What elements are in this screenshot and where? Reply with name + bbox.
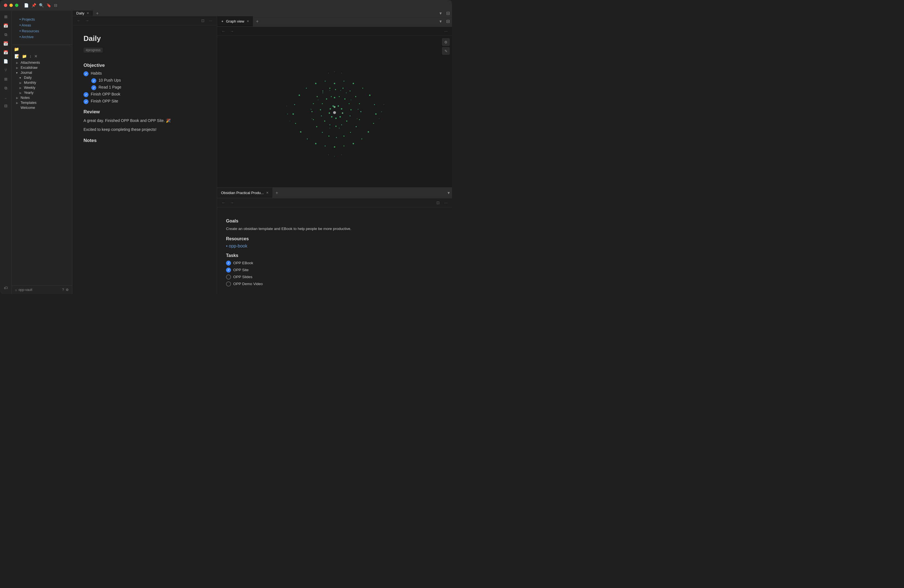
note-review-body2: Excited to keep completing these project… [84,126,206,133]
tab-opp[interactable]: Obsidian Practical Produ... ✕ [217,188,273,198]
opp-chevron-icon[interactable]: ▾ [445,190,452,196]
sidebar-item-archive[interactable]: Archive [19,35,64,39]
folder-yearly[interactable]: ▶ Yearly [14,90,72,95]
svg-point-55 [324,120,325,122]
file-tree: ▶ Attachments ▶ Excalidraw ▾ Journal ▾ D… [12,60,72,110]
file-icon[interactable]: 📄 [24,3,28,8]
close-button[interactable] [4,4,7,7]
calendar3-ribbon-icon[interactable]: 📅 [2,49,10,56]
svg-point-85 [351,100,351,101]
svg-point-37 [322,132,322,133]
sort-icon[interactable]: ↕ [29,54,32,59]
svg-point-95 [330,90,330,91]
layout-ribbon-icon[interactable]: ⊞ [2,13,10,21]
checklist-task1: Finish OPP Book [84,92,206,97]
svg-point-3 [352,83,354,84]
opp-forward-button[interactable]: → [229,200,235,205]
opp-tasks-heading: Tasks [226,253,443,258]
svg-point-89 [318,100,319,101]
note-pane: ← → ⊡ ··· Daily #progress Objective [73,16,217,294]
titlebar: 📄 📌 🔍 🔖 ⊟ [0,0,452,11]
tab-daily-close[interactable]: ✕ [87,11,89,15]
svg-point-71 [381,111,382,112]
svg-point-14 [325,145,326,147]
opp-more-options-icon[interactable]: ··· [443,200,449,205]
note-back-button[interactable]: ← [76,18,82,24]
new-folder-icon[interactable]: 📁 [21,54,27,59]
svg-point-30 [360,111,362,112]
content-area: Daily ✕ + ▾ ⊟ ← → ⊡ ··· [73,11,452,294]
layout-icon[interactable]: ⊟ [54,3,57,8]
graph-forward-button[interactable]: → [229,28,235,34]
file-welcome[interactable]: ▶ Welcome [14,105,72,110]
graph-tab-close[interactable]: ✕ [247,19,249,23]
svg-point-93 [330,128,330,129]
opp-open-in-new-icon[interactable]: ⊡ [435,200,441,205]
git-ribbon-icon[interactable]: ⑂ [2,66,10,74]
collapse-all-icon[interactable]: ✕ [34,54,38,59]
svg-point-5 [369,94,370,96]
folder-templates[interactable]: ▶ Templates [14,100,72,105]
svg-point-79 [328,73,329,74]
svg-point-90 [311,109,311,110]
graph-chevron-icon[interactable]: ▾ [437,19,444,24]
file-ribbon-icon[interactable]: 📄 [2,57,10,65]
bookmark-icon[interactable]: 🔖 [46,3,51,8]
tab-daily[interactable]: Daily ✕ [73,11,93,16]
tab-graph-view[interactable]: ✦ Graph view ✕ [217,16,253,27]
svg-point-58 [322,103,322,104]
layers-ribbon-icon[interactable]: ⧉ [2,31,10,38]
folder-daily[interactable]: ▾ Daily [14,75,72,80]
graph-tab-add[interactable]: + [253,19,261,24]
folder-excalidraw[interactable]: ▶ Excalidraw [14,65,72,70]
graph-more-options-icon[interactable]: ··· [443,28,449,34]
folder-monthly[interactable]: ▶ Monthly [14,80,72,85]
folder-attachments[interactable]: ▶ Attachments [14,60,72,65]
opp-toolbar: ← → ⊡ ··· [217,198,452,207]
grid-ribbon-icon[interactable]: ⊞ [2,75,10,83]
settings-icon[interactable]: ⚙ [66,288,69,292]
svg-point-63 [341,108,342,109]
table-ribbon-icon[interactable]: ⊟ [2,102,10,110]
calendar2-ribbon-icon[interactable]: 📆 [2,40,10,47]
folder-weekly[interactable]: ▶ Weekly [14,85,72,90]
habits-label: Habits [91,71,102,76]
tab-add-button[interactable]: + [93,11,101,16]
folder-journal[interactable]: ▾ Journal [14,70,72,75]
sidebar-item-resources[interactable]: Resources [19,29,64,33]
search-icon[interactable]: 🔍 [39,3,44,8]
new-note-icon[interactable]: 📝 [14,54,20,59]
tag-ribbon-icon[interactable]: 🏷 [2,284,10,292]
opp-tab-close[interactable]: ✕ [266,191,269,194]
tab-layout-icon[interactable]: ⊟ [444,11,452,16]
maximize-button[interactable] [15,4,18,7]
graph-layout-split-icon[interactable]: ⊟ [444,19,452,24]
opp-book-link[interactable]: opp-book [226,243,247,248]
habit2-label: Read 1 Page [98,85,121,89]
checklist-habit2: Read 1 Page [84,85,206,90]
note-forward-button[interactable]: → [84,18,90,24]
opp-back-button[interactable]: ← [220,200,226,205]
terminal-ribbon-icon[interactable]: _ [2,93,10,101]
sidebar-item-projects[interactable]: Projects [19,17,64,21]
note-more-options-icon[interactable]: ··· [208,18,213,24]
folder-notes[interactable]: ▶ Notes [14,95,72,100]
svg-point-80 [334,156,335,157]
graph-edit-button[interactable]: ✎ [442,47,450,55]
calendar-ribbon-icon[interactable]: 📅 [2,22,10,30]
tab-chevron-icon[interactable]: ▾ [437,11,444,16]
svg-point-56 [321,115,322,116]
graph-settings-button[interactable]: ⚙ [442,38,450,46]
pin-icon[interactable]: 📌 [32,3,36,8]
help-icon[interactable]: ? [62,288,64,292]
svg-point-34 [343,136,345,137]
copy-ribbon-icon[interactable]: ⧉ [2,84,10,92]
opp-tab-add[interactable]: + [273,190,281,196]
note-tag[interactable]: #progress [84,47,103,53]
svg-point-32 [356,126,357,127]
opp-tabs-row: Obsidian Practical Produ... ✕ + ▾ [217,188,452,198]
graph-back-button[interactable]: ← [220,28,226,34]
minimize-button[interactable] [9,4,13,7]
note-open-in-new-icon[interactable]: ⊡ [200,18,206,24]
sidebar-item-areas[interactable]: Areas [19,23,64,27]
